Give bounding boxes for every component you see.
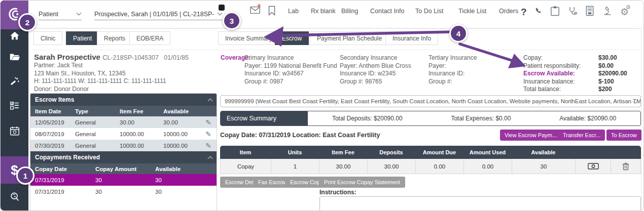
notification-icon[interactable] — [219, 5, 225, 11]
trash-icon[interactable] — [611, 159, 640, 174]
print-escrow-copay-statement-button[interactable]: Print Escrow Copay Statement — [319, 177, 405, 188]
patient-name: Sarah Prospective — [34, 53, 100, 61]
view-escrow-payments-button[interactable]: View Escrow Paym... — [500, 130, 561, 141]
context-select-value: Patient — [39, 11, 58, 18]
cell-item: Copay — [221, 159, 271, 174]
secondary-insurance-title: Secondary Insurance — [340, 54, 411, 62]
insurance-balance-value: $-100 — [598, 78, 627, 86]
col-amount-used: Amount Used — [463, 149, 512, 155]
patient-partner: Partner: Jack Test — [34, 62, 189, 70]
instructions-textarea[interactable] — [319, 196, 641, 211]
insurance-balance-label: Insurance balance: — [523, 78, 598, 86]
menu-item-tickle-list[interactable]: Tickle List — [458, 8, 486, 15]
phone-icon[interactable] — [534, 7, 544, 18]
stethoscope-icon[interactable] — [567, 6, 578, 18]
col-item-fee: Item Fee — [319, 149, 367, 155]
col-amount-due: Amount Due — [415, 149, 463, 155]
escrow-items-header[interactable]: Escrow Items — [30, 94, 217, 106]
sidebar-item-tasks[interactable] — [1, 95, 28, 117]
tab-invoice-summary[interactable]: Invoice Summary — [218, 31, 279, 45]
context-select[interactable]: Patient — [39, 8, 82, 20]
cell-type: General — [75, 119, 120, 125]
secondary-insurance-group: Group #: 98765 — [340, 78, 411, 86]
cell-copay-date: 07/31/2019 — [30, 189, 95, 195]
cell-available: 10000.00 — [163, 131, 194, 137]
copay-label: Copay: — [523, 54, 598, 62]
col-type: Type — [75, 108, 120, 114]
cell-item-date: 12/05/2019 — [30, 119, 75, 125]
edit-pencil-icon[interactable]: ✎ — [205, 142, 211, 150]
primary-insurance-group: Group #: 0987 — [244, 78, 337, 86]
escrow-available-value: $20090.00 — [598, 70, 627, 78]
search-icon — [9, 191, 20, 202]
col-item-date: Item Date — [30, 108, 75, 114]
mail-icon[interactable]: ✳ — [250, 6, 261, 17]
col-available: Available — [155, 166, 196, 172]
patient-select[interactable]: Prospective, Sarah | 01/01/85 | CL-218SP… — [94, 8, 223, 20]
total-expenses: Total Expenses: $0.00 — [451, 115, 511, 122]
menu-item-rx-blank[interactable]: Rx blank — [311, 8, 336, 15]
tertiary-insurance-group: Group #: — [428, 78, 477, 86]
microscope-icon[interactable] — [603, 6, 612, 18]
cell-item-fee: 30.00 — [120, 119, 163, 125]
content-card: Clinic Patient Reports EOB/ERA Invoice S… — [29, 28, 641, 211]
escrow-item-row[interactable]: 08/07/2019 General 10000.00 10000.00 ✎ — [30, 128, 217, 140]
sidebar-item-wizard[interactable] — [1, 70, 28, 93]
primary-insurance-title: Primary Insurance — [244, 54, 337, 62]
col-copay-amount: Copay Amount — [95, 166, 155, 172]
clipboard-icon[interactable] — [550, 6, 560, 18]
cell-deposits: 30.00 — [368, 159, 416, 174]
magic-wand-icon — [9, 76, 20, 87]
tab-clinic[interactable]: Clinic — [33, 31, 62, 45]
menu-item-to-do-list[interactable]: To Do List — [415, 8, 444, 15]
escrow-account-dropdown[interactable]: 999999999 (West Coast Best Coast Fertili… — [220, 95, 641, 107]
callout-4: 4 — [449, 24, 468, 43]
sidebar-item-search[interactable] — [1, 186, 28, 208]
tab-payment-plan-schedule[interactable]: Payment Plan Schedule — [310, 31, 389, 45]
tertiary-insurance-block: Tertiary Insurance Payer: Insurance ID: … — [428, 54, 477, 86]
payment-money-icon[interactable] — [576, 159, 611, 174]
copayments-header[interactable]: Copayments Received — [30, 151, 217, 163]
tab-reports[interactable]: Reports — [97, 31, 132, 45]
sidebar-item-charts[interactable] — [1, 46, 28, 68]
secondary-insurance-id: Insurance ID: w2345 — [340, 70, 411, 78]
escrow-items-panel: Escrow Items Item Date Type Item Fee Ava… — [30, 93, 217, 211]
to-escrow-button[interactable]: To Escrow — [606, 130, 641, 141]
sidebar-item-calendar[interactable] — [1, 120, 28, 142]
copayment-row[interactable]: 07/31/2019 30 30 — [30, 186, 217, 197]
copay-table-row[interactable]: Copay 1 30.00 30.00 0.00 0.00 30 — [220, 159, 641, 174]
escrow-item-row[interactable]: 07/30/2019 General 10000.00 10000.00 ✎ — [30, 140, 217, 151]
settings-gears-icon[interactable]: ⚙⚙ — [620, 6, 629, 18]
new-mail-badge: ✳ — [257, 3, 261, 9]
escrow-summary-bar: Escrow Summary Total Deposits: $20090.00… — [220, 111, 641, 126]
col-available: Available — [163, 108, 194, 114]
cell-type: General — [75, 131, 120, 137]
edit-pencil-icon[interactable]: ✎ — [205, 130, 211, 138]
help-icon[interactable]: ? — [521, 7, 527, 18]
bookmark-icon[interactable] — [268, 6, 276, 18]
patient-responsibility-value: $0.00 — [598, 62, 627, 70]
edit-pencil-icon[interactable]: ✎ — [205, 118, 211, 126]
cell-copay-amount: 30 — [95, 177, 155, 183]
cell-amount-used: 0.00 — [464, 159, 512, 174]
menu-item-lab[interactable]: Lab — [288, 8, 299, 15]
primary-insurance-payer: Payer: 1199 National Benefit Fund — [244, 62, 337, 70]
menu-item-contact-info[interactable]: Contact Info — [370, 8, 404, 15]
menu-item-orders[interactable]: Orders — [499, 8, 518, 15]
cell-copay-amount: 30 — [95, 189, 155, 195]
open-folder-icon — [9, 52, 20, 63]
primary-insurance-id: Insurance ID: w34567 — [244, 70, 337, 78]
escrow-summary-title: Escrow Summary — [221, 111, 308, 125]
callout-1: 1 — [16, 166, 34, 185]
cell-available: 30.00 — [163, 119, 194, 125]
transfer-escrow-button[interactable]: Transfer Escr... — [558, 130, 605, 141]
tab-insurance-info[interactable]: Insurance Info — [385, 31, 438, 45]
copayment-row-selected[interactable]: 07/31/2019 30 30 — [30, 174, 217, 186]
tab-eob-era[interactable]: EOB/ERA — [129, 31, 170, 45]
menu-item-billing[interactable]: Billing — [341, 8, 358, 15]
escrow-item-row[interactable]: 12/05/2019 General 30.00 30.00 ✎ — [30, 116, 217, 128]
tab-escrow[interactable]: Escrow — [275, 31, 309, 45]
tab-patient[interactable]: Patient — [66, 31, 99, 45]
escrow-available-link[interactable]: Escrow Available: — [523, 70, 598, 78]
records-cabinet-icon[interactable] — [585, 6, 594, 18]
